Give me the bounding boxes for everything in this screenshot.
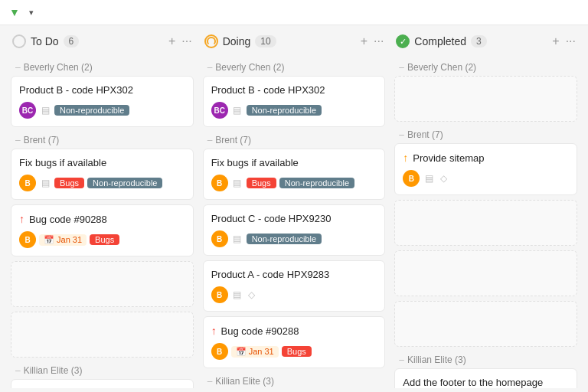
doc-icon: ▤ — [231, 177, 243, 189]
tag-non-reproducible: Non-reproducible — [54, 105, 129, 116]
card-title: Product A - code HPX9283 — [211, 269, 377, 280]
task-card[interactable]: ↑ Provide sitemapB▤◇ — [394, 143, 577, 195]
date-chip: 📅 Jan 31 — [39, 234, 87, 246]
group-label: – Beverly Chen (2) — [394, 59, 577, 76]
more-options-button-todo[interactable]: ··· — [181, 34, 191, 48]
board: To Do6+···– Beverly Chen (2)Product B - … — [0, 25, 588, 388]
add-task-button-completed[interactable]: + — [552, 34, 559, 48]
priority-up-orange-icon: ↑ — [403, 152, 411, 164]
group-name: Killian Elite (3) — [215, 376, 274, 387]
card-title: Fix bugs if available — [211, 157, 377, 168]
more-options-button-doing[interactable]: ··· — [374, 34, 384, 48]
card-title: ↑ Bug code #90288 — [211, 325, 377, 337]
card-title-text: Product A - code HPX9283 — [211, 269, 330, 280]
avatar: B — [19, 231, 36, 248]
avatar: B — [211, 175, 228, 191]
task-card[interactable]: Add the footer to the homepageKE▤◇ — [394, 368, 577, 388]
card-title-text: Export from Google Console — [19, 387, 145, 388]
card-title-text: Product C - code HPX9230 — [211, 213, 332, 224]
card-title-text: Fix bugs if available — [211, 157, 299, 168]
task-card[interactable]: ↑ Bug code #90288B📅 Jan 31Bugs — [203, 316, 386, 368]
column-count-doing: 10 — [255, 35, 276, 47]
doc-icon: ▤ — [231, 233, 243, 245]
card-title: Fix bugs if available — [19, 157, 185, 168]
card-meta: B📅 Jan 31Bugs — [19, 231, 185, 248]
group-label: – Killian Elite (3) — [394, 351, 577, 368]
task-card[interactable]: Fix bugs if availableB▤BugsNon-reproduci… — [11, 149, 194, 200]
column-actions-todo[interactable]: +··· — [168, 34, 192, 48]
card-meta: BC▤Non-reproducible — [211, 102, 377, 119]
card-title-text: Bug code #90288 — [221, 325, 299, 337]
card-title-text: Add the footer to the homepage — [403, 377, 543, 388]
empty-slot — [394, 76, 577, 122]
tag-non-reproducible: Non-reproducible — [87, 178, 162, 188]
column-header-completed: ✓Completed3+··· — [394, 31, 577, 51]
column-doing: Doing10+···– Beverly Chen (2)Product B -… — [198, 25, 390, 388]
group-dash: – — [399, 354, 404, 365]
column-actions-completed[interactable]: +··· — [552, 34, 576, 48]
group-name: Brent (7) — [407, 129, 443, 140]
task-card[interactable]: Product C - code HPX9230B▤Non-reproducib… — [203, 204, 386, 256]
task-card[interactable]: Product B - code HPX302BC▤Non-reproducib… — [203, 76, 386, 127]
add-task-button-doing[interactable]: + — [361, 34, 368, 48]
empty-slot — [394, 301, 577, 347]
column-title-completed: Completed — [414, 35, 466, 47]
card-title-text: Bug code #90288 — [29, 214, 107, 225]
card-meta: B▤Non-reproducible — [211, 230, 377, 247]
empty-slot — [394, 250, 577, 296]
group-dash: – — [399, 129, 404, 140]
group-label: – Brent (7) — [11, 132, 194, 149]
tag-bugs: Bugs — [90, 234, 119, 245]
card-title: Product C - code HPX9230 — [211, 213, 377, 224]
card-meta: B▤BugsNon-reproducible — [211, 175, 377, 191]
avatar: B — [19, 175, 36, 191]
column-title-todo: To Do — [31, 35, 59, 47]
task-card[interactable]: Export from Google ConsoleKE↻📅 Dec 13 '3… — [11, 379, 194, 388]
empty-slot — [394, 200, 577, 246]
doc-icon: ▤ — [231, 104, 243, 116]
group-label: – Beverly Chen (2) — [203, 59, 386, 76]
group-label: – Brent (7) — [394, 126, 577, 143]
tag-non-reproducible: Non-reproducible — [247, 234, 322, 244]
toolbar: ▼ ▾ — [0, 0, 588, 25]
column-actions-doing[interactable]: +··· — [361, 34, 384, 48]
task-card[interactable]: Product B - code HPX302BC▤Non-reproducib… — [11, 76, 194, 127]
column-header-todo: To Do6+··· — [11, 31, 194, 51]
card-meta: BC▤Non-reproducible — [19, 102, 185, 119]
group-name: Beverly Chen (2) — [215, 62, 284, 73]
group-name: Beverly Chen (2) — [24, 62, 93, 73]
card-meta: B▤BugsNon-reproducible — [19, 175, 185, 191]
doc-icon: ▤ — [231, 289, 243, 301]
more-options-button-completed[interactable]: ··· — [566, 34, 576, 48]
group-dash: – — [207, 376, 213, 387]
group-name: Killian Elite (3) — [24, 365, 83, 376]
group-dash: – — [399, 62, 404, 73]
column-completed: ✓Completed3+···– Beverly Chen (2)– Brent… — [390, 25, 582, 388]
task-card[interactable]: ↑ Bug code #90288B📅 Jan 31Bugs — [11, 204, 194, 256]
avatar: B — [211, 343, 228, 360]
status-icon-completed: ✓ — [396, 34, 410, 48]
group-name: Brent (7) — [215, 135, 251, 145]
group-label: – Brent (7) — [203, 132, 386, 149]
group-label: – Beverly Chen (2) — [11, 59, 194, 76]
card-title: Product B - code HPX302 — [211, 84, 377, 96]
group-dash: – — [15, 135, 21, 145]
card-title: Product B - code HPX302 — [19, 84, 185, 96]
card-title: Add the footer to the homepage — [403, 377, 569, 388]
task-card[interactable]: Product A - code HPX9283B▤◇ — [203, 260, 386, 312]
status-icon-doing — [204, 34, 218, 48]
task-card[interactable]: Fix bugs if availableB▤BugsNon-reproduci… — [203, 149, 386, 200]
column-todo: To Do6+···– Beverly Chen (2)Product B - … — [6, 25, 198, 388]
group-dash: – — [207, 135, 213, 145]
sort-arrow-icon: ▾ — [29, 8, 34, 18]
add-task-button-todo[interactable]: + — [168, 34, 175, 48]
card-meta: B📅 Jan 31Bugs — [211, 343, 377, 360]
tag-non-reproducible: Non-reproducible — [247, 105, 322, 116]
card-title-text: Product B - code HPX302 — [211, 84, 325, 96]
group-name: Brent (7) — [24, 135, 60, 145]
group-name: Beverly Chen (2) — [407, 62, 476, 73]
group-label: – Killian Elite (3) — [11, 362, 194, 379]
card-title-text: Fix bugs if available — [19, 157, 106, 168]
card-meta: B▤◇ — [403, 170, 569, 187]
group-dash: – — [15, 365, 21, 376]
